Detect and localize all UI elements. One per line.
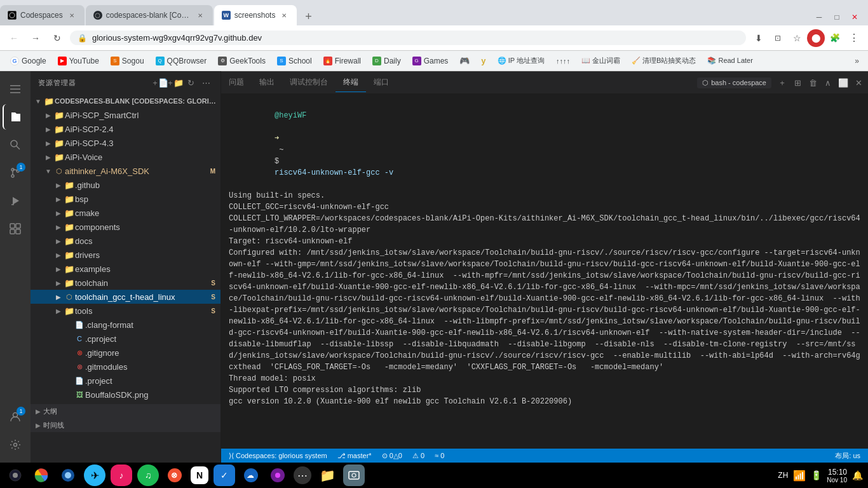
- taskbar-app-chrome[interactable]: [31, 464, 52, 486]
- tab-screenshots-close[interactable]: ✕: [279, 10, 289, 20]
- taskbar-battery[interactable]: 🔋: [811, 470, 822, 480]
- profile-avatar[interactable]: ⬤: [807, 29, 825, 47]
- bookmark-firewall[interactable]: 🔥 Firewall: [318, 55, 366, 67]
- activity-run[interactable]: [3, 188, 28, 214]
- tree-item-gitignore[interactable]: ⊗ .gitignore: [31, 346, 220, 360]
- tree-item-tools[interactable]: ▶ 📁 tools S: [31, 304, 220, 318]
- tree-section-outline[interactable]: ▶ 大纲: [31, 404, 220, 418]
- tree-item-aipisco43[interactable]: ▶ 📁 AiPi-SCP-4.3: [31, 136, 220, 150]
- terminal-instance-label[interactable]: ⬡ bash - codespace: [697, 78, 771, 88]
- sidebar-collapse[interactable]: ⋯: [200, 76, 213, 89]
- bookmark-google[interactable]: G Google: [5, 55, 51, 67]
- terminal-content[interactable]: @heyiWF ➜ ~ $ riscv64-unknown-elf-gcc -v…: [221, 93, 868, 449]
- tree-item-aipisco24[interactable]: ▶ 📁 AiPi-SCP-2.4: [31, 122, 220, 136]
- bookmark-youtube[interactable]: ▶ YouTube: [53, 55, 104, 67]
- tree-item-components[interactable]: ▶ 📁 components: [31, 220, 220, 234]
- taskbar-app-chromium[interactable]: [57, 464, 79, 486]
- taskbar-notification-btn[interactable]: 🔔: [852, 470, 863, 480]
- activity-search[interactable]: [3, 132, 28, 158]
- sidebar-new-file[interactable]: +📄: [154, 76, 167, 89]
- panel-tab-debug[interactable]: 调试控制台: [282, 73, 336, 92]
- taskbar-app-notion[interactable]: N: [191, 466, 208, 484]
- activity-menu[interactable]: [3, 76, 28, 102]
- tree-item-docs[interactable]: ▶ 📁 docs: [31, 234, 220, 248]
- taskbar-app-files[interactable]: 📁: [316, 464, 338, 486]
- tab-codespaces[interactable]: Codespaces ✕: [0, 5, 85, 25]
- taskbar-app-telegram[interactable]: ✈: [84, 464, 105, 486]
- new-tab-button[interactable]: +: [299, 8, 317, 25]
- activity-extensions[interactable]: [3, 216, 28, 241]
- tab-screenshots[interactable]: W screenshots ✕: [214, 5, 297, 25]
- activity-git[interactable]: 1: [3, 160, 28, 186]
- panel-tab-output[interactable]: 输出: [252, 73, 282, 92]
- bookmark-ext2[interactable]: y: [476, 54, 491, 67]
- bookmark-ext1[interactable]: 🎮: [454, 54, 475, 67]
- status-network[interactable]: ≈ 0: [432, 452, 447, 459]
- activity-settings[interactable]: [3, 432, 28, 458]
- tree-item-cmake[interactable]: ▶ 📁 cmake: [31, 206, 220, 220]
- activity-explorer[interactable]: [3, 104, 28, 130]
- close-button[interactable]: ✕: [846, 9, 863, 25]
- tree-item-clang-format[interactable]: 📄 .clang-format: [31, 318, 220, 332]
- tree-item-gitmodules[interactable]: ⊗ .gitmodules: [31, 360, 220, 374]
- tree-section-timeline[interactable]: ▶ 时间线: [31, 418, 220, 432]
- terminal-kill-button[interactable]: 🗑: [806, 76, 820, 90]
- bookmark-ext7[interactable]: 📚 Read Later: [702, 55, 757, 67]
- taskbar-app-music[interactable]: ♪: [111, 464, 132, 486]
- panel-tab-terminal[interactable]: 终端: [336, 73, 366, 92]
- bookmark-daily[interactable]: D Daily: [367, 55, 406, 67]
- bookmark-games[interactable]: G Games: [407, 55, 454, 67]
- tab-codespaces-blank[interactable]: codespaces-blank [Codespaces: ... ✕: [86, 5, 213, 25]
- bookmarks-more-button[interactable]: »: [851, 55, 863, 67]
- taskbar-start-button[interactable]: [5, 465, 25, 485]
- bookmark-button[interactable]: ☆: [788, 29, 806, 47]
- tree-item-examples[interactable]: ▶ 📁 examples: [31, 262, 220, 276]
- tree-item-cproject[interactable]: C .cproject: [31, 332, 220, 346]
- panel-maximize-button[interactable]: ⬜: [836, 76, 850, 90]
- bookmark-sogou[interactable]: S Sogou: [105, 55, 149, 67]
- taskbar-app-browser2[interactable]: [267, 464, 288, 486]
- tab-codespaces-close[interactable]: ✕: [67, 10, 77, 20]
- activity-account[interactable]: 1: [3, 404, 28, 430]
- taskbar-app-git[interactable]: ⊗: [164, 464, 186, 486]
- refresh-button[interactable]: ↻: [48, 29, 66, 47]
- taskbar-app-check[interactable]: ✓: [214, 464, 235, 486]
- terminal-add-button[interactable]: +: [775, 76, 789, 90]
- status-remote[interactable]: ⟩⟨ Codespaces: glorious system: [226, 452, 330, 460]
- tree-project-root[interactable]: ▼ 📁 CODESPACES-BLANK [CODESPACES: GLORIO…: [31, 94, 220, 108]
- taskbar-app-cloud[interactable]: ☁: [240, 464, 262, 486]
- bookmark-ext3[interactable]: 🌐 IP 地址查询: [492, 54, 550, 67]
- forward-button[interactable]: →: [27, 29, 44, 47]
- bookmark-geektools[interactable]: ⚙ GeekTools: [213, 55, 271, 67]
- screenshare-button[interactable]: ⊡: [769, 29, 787, 47]
- sidebar-refresh[interactable]: ↻: [185, 76, 198, 89]
- taskbar-network-icon[interactable]: 📶: [793, 470, 806, 482]
- status-notifications[interactable]: ⚠ 0: [410, 452, 427, 460]
- tree-item-bsp[interactable]: ▶ 📁 bsp: [31, 192, 220, 206]
- sidebar-new-folder[interactable]: +📁: [170, 76, 182, 89]
- status-sync[interactable]: ⊙ 0△0: [379, 452, 405, 460]
- panel-close-button[interactable]: ✕: [851, 76, 865, 90]
- more-button[interactable]: ⋮: [845, 29, 863, 47]
- tree-item-drivers[interactable]: ▶ 📁 drivers: [31, 248, 220, 262]
- downloads-button[interactable]: ⬇: [750, 29, 768, 47]
- panel-up-button[interactable]: ∧: [821, 76, 835, 90]
- tree-item-aipipvoice[interactable]: ▶ 📁 AiPi-Voice: [31, 150, 220, 164]
- panel-tab-problems[interactable]: 问题: [221, 73, 252, 92]
- minimize-button[interactable]: ─: [811, 9, 827, 25]
- tree-item-github[interactable]: ▶ 📁 .github: [31, 178, 220, 192]
- tab-blank-close[interactable]: ✕: [195, 10, 205, 20]
- panel-tab-ports[interactable]: 端口: [366, 73, 397, 92]
- taskbar-keyboard[interactable]: ZH: [778, 471, 788, 480]
- taskbar-clock[interactable]: 15:10 Nov 10: [827, 468, 847, 484]
- tree-item-project[interactable]: 📄 .project: [31, 374, 220, 388]
- tree-item-aithinker[interactable]: ▼ ⬡ aithinker_Ai-M6X_SDK M: [31, 164, 220, 178]
- taskbar-app-capture[interactable]: [343, 464, 365, 486]
- tree-item-bouffalosdk[interactable]: 🖼 BouffaloSDK.png: [31, 388, 220, 402]
- status-branch[interactable]: ⎇ master*: [335, 452, 374, 460]
- bookmark-school[interactable]: S School: [272, 55, 317, 67]
- status-layout[interactable]: 布局: us: [832, 451, 863, 461]
- tree-item-aipipscpsmartctrl[interactable]: ▶ 📁 AiPi-SCP_SmartCtrl: [31, 108, 220, 122]
- tree-item-toolchain-gcc[interactable]: ▶ ⬡ toolchain_gcc_t-head_linux S: [31, 290, 220, 304]
- tree-item-toolchain[interactable]: ▶ 📁 toolchain S: [31, 276, 220, 290]
